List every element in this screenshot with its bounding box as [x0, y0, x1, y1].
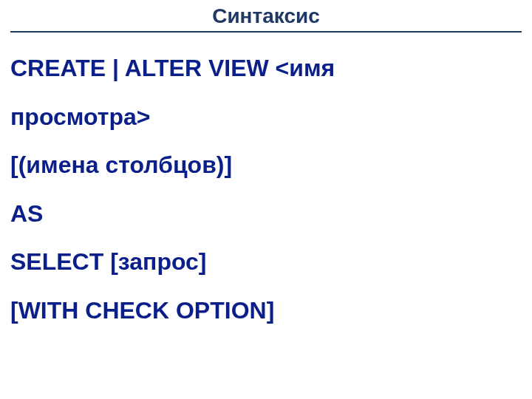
syntax-line-5: SELECT [запрос] [10, 238, 522, 287]
syntax-line-1: CREATE | ALTER VIEW <имя [10, 44, 522, 93]
title-wrap: Синтаксис [0, 0, 532, 28]
placeholder-view-name-start: <имя [276, 55, 335, 81]
bracket-close: ] [267, 297, 275, 324]
syntax-line-2: просмотра> [10, 93, 522, 142]
keyword-as: AS [10, 200, 43, 227]
bracket-open: [ [10, 297, 18, 324]
syntax-line-3: [(имена столбцов)] [10, 141, 522, 190]
syntax-block: CREATE | ALTER VIEW <имя просмотра> [(им… [0, 33, 532, 335]
keyword-with-check-option: WITH CHECK OPTION [18, 297, 267, 324]
placeholder-view-name-end: просмотра> [10, 103, 151, 130]
keyword-select: SELECT [10, 248, 110, 275]
placeholder-column-names: [(имена столбцов)] [10, 151, 232, 178]
keyword-create-alter-view: CREATE | ALTER VIEW [10, 55, 276, 81]
syntax-line-6: [WITH CHECK OPTION] [10, 287, 522, 335]
syntax-line-4: AS [10, 190, 522, 239]
page-title: Синтаксис [212, 4, 320, 28]
placeholder-query: [запрос] [110, 248, 206, 275]
